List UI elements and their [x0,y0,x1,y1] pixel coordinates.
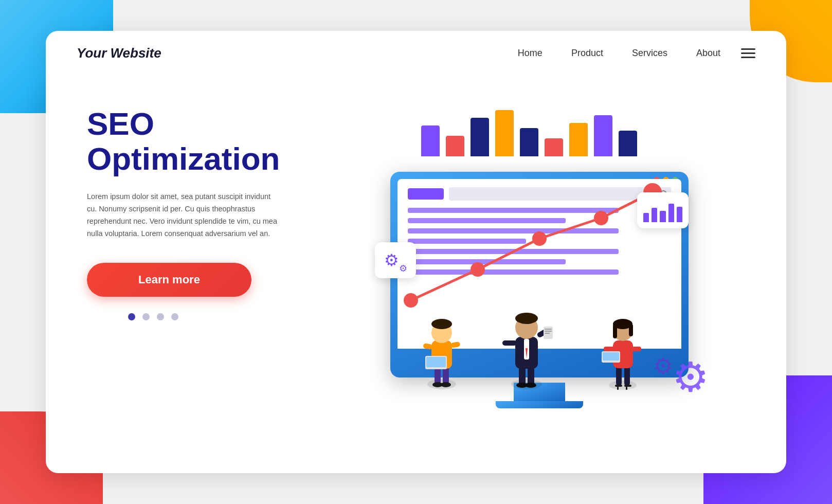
svg-rect-47 [613,324,617,338]
person-left [416,304,467,394]
hamburger-menu[interactable] [741,48,755,58]
hero-title: SEO Optimization [87,106,282,176]
main-card: Your Website Home Product Services About… [46,31,786,473]
svg-rect-38 [624,385,631,387]
svg-rect-43 [603,352,619,361]
person-center [498,297,555,394]
screen-lines [408,208,671,275]
gear-icon-small: ⚙ [399,263,407,274]
nav-services[interactable]: Services [632,48,667,59]
svg-rect-39 [626,387,627,390]
svg-rect-35 [624,366,630,386]
hamburger-line-2 [741,52,755,54]
svg-rect-34 [616,366,622,386]
bar-2 [446,136,464,156]
mini-chart-bubble [637,192,689,228]
svg-rect-36 [615,385,622,387]
hero-title-line1: SEO [87,106,154,141]
bar-3 [471,118,489,156]
right-panel: ⚙ ⚙ ⚙ ⚙ [313,76,786,473]
bar-9 [619,131,637,156]
bar-5 [520,128,538,156]
main-content: SEO Optimization Lorem ipsum dolor sit a… [46,76,786,473]
svg-point-33 [609,381,637,390]
mini-bar-3 [660,211,665,222]
person-right [599,305,647,394]
gear-icon-main: ⚙ [384,250,399,270]
screen-line-2 [408,218,566,223]
mini-bar-4 [668,204,674,222]
screen-search-bar [408,187,671,201]
svg-point-32 [515,313,538,324]
dot-1[interactable] [128,313,135,320]
svg-rect-14 [426,357,446,367]
left-panel: SEO Optimization Lorem ipsum dolor sit a… [46,76,313,473]
svg-rect-11 [423,343,432,350]
carousel-dots [128,313,282,320]
svg-rect-44 [632,347,641,351]
header: Your Website Home Product Services About [46,31,786,76]
dot-2[interactable] [142,313,150,320]
learn-more-button[interactable]: Learn more [87,263,251,297]
svg-point-16 [431,319,452,329]
bar-6 [545,138,563,156]
screen-line-7 [408,269,619,275]
bar-7 [569,123,588,156]
bar-8 [594,115,612,156]
mini-bar-5 [677,207,682,222]
bar-chart [421,100,637,156]
screen-line-5 [408,249,619,254]
screen-line-6 [408,259,566,264]
gear-decoration-small: ⚙ [653,355,673,377]
svg-rect-28 [545,331,552,332]
hamburger-line-3 [741,57,755,58]
monitor-base [496,401,583,408]
nav-about[interactable]: About [696,48,720,59]
bar-1 [421,125,440,156]
dot-4[interactable] [171,313,178,320]
mini-bar-1 [643,213,649,222]
gear-decoration-large: ⚙ [672,357,709,398]
screen-line-3 [408,228,619,233]
dot-3[interactable] [157,313,164,320]
screen-tag [408,188,444,200]
hero-title-line2: Optimization [87,141,280,176]
logo: Your Website [77,45,518,61]
svg-point-21 [525,383,536,388]
gear-bubble-left: ⚙ ⚙ [375,242,416,278]
svg-point-9 [441,382,451,387]
nav-home[interactable]: Home [518,48,542,59]
bar-4 [495,110,514,156]
nav-product[interactable]: Product [571,48,603,59]
svg-rect-30 [502,340,517,346]
navigation: Home Product Services About [518,48,720,59]
screen-line-4 [408,239,526,244]
svg-rect-41 [604,347,615,351]
svg-rect-29 [545,333,550,334]
mini-bar-chart [643,199,682,222]
svg-rect-12 [450,341,460,348]
svg-rect-37 [617,387,619,390]
svg-rect-27 [545,329,552,330]
monitor-illustration: ⚙ ⚙ ⚙ ⚙ [380,141,699,408]
hero-description: Lorem ipsum dolor sit amet, sea putant s… [87,191,282,240]
mini-bar-2 [652,208,657,222]
screen-line-1 [408,208,619,213]
svg-rect-48 [629,324,633,336]
hamburger-line-1 [741,48,755,50]
